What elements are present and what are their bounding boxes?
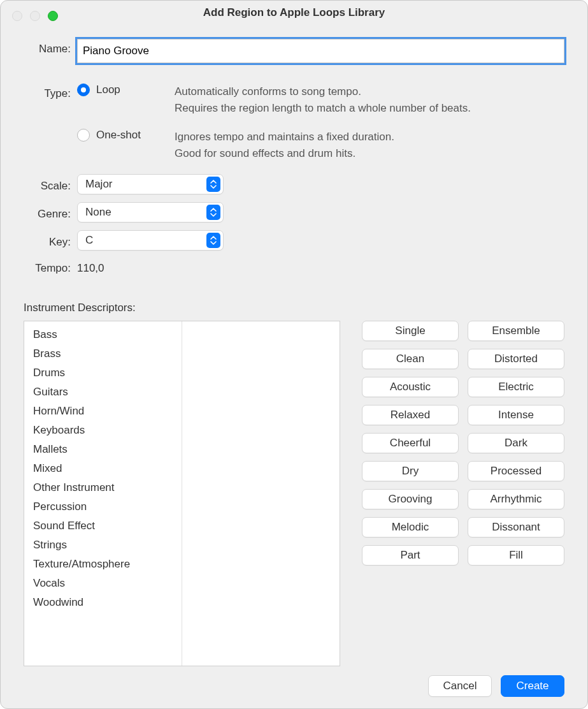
close-window-button[interactable] <box>12 11 22 21</box>
titlebar: Add Region to Apple Loops Library <box>1 1 587 25</box>
list-item[interactable]: Vocals <box>24 574 182 593</box>
key-select[interactable]: C <box>77 230 224 251</box>
create-button[interactable]: Create <box>501 675 564 697</box>
list-item[interactable]: Mallets <box>24 440 182 459</box>
list-item[interactable]: Drums <box>24 363 182 383</box>
type-row: Type: Loop Automatically conforms to son… <box>24 84 564 161</box>
descriptor-tag-button[interactable]: Melodic <box>362 517 459 537</box>
oneshot-description: Ignores tempo and maintains a fixed dura… <box>175 129 564 161</box>
scale-label: Scale: <box>24 176 77 193</box>
descriptor-tag-button[interactable]: Clean <box>362 349 459 369</box>
list-item[interactable]: Strings <box>24 536 182 555</box>
oneshot-desc-line1: Ignores tempo and maintains a fixed dura… <box>175 129 564 145</box>
minimize-window-button[interactable] <box>30 11 40 21</box>
scale-row: Scale: Major <box>24 174 564 194</box>
descriptor-tag-button[interactable]: Arrhythmic <box>468 489 564 509</box>
oneshot-radio[interactable] <box>77 129 90 142</box>
dialog-content: Name: Type: Loop Automatically conforms … <box>1 25 587 708</box>
list-item[interactable]: Keyboards <box>24 421 182 440</box>
updown-arrows-icon <box>206 205 220 220</box>
descriptor-tag-button[interactable]: Grooving <box>362 489 459 509</box>
name-label: Name: <box>24 39 77 55</box>
descriptor-tag-button[interactable]: Electric <box>468 377 564 397</box>
descriptor-tag-button[interactable]: Dissonant <box>468 517 564 537</box>
descriptor-tag-button[interactable]: Processed <box>468 461 564 481</box>
scale-select[interactable]: Major <box>77 174 224 194</box>
descriptor-tag-button[interactable]: Intense <box>468 405 564 425</box>
key-row: Key: C <box>24 230 564 251</box>
list-item[interactable]: Guitars <box>24 383 182 402</box>
loop-description: Automatically conforms to song tempo. Re… <box>175 84 564 116</box>
oneshot-radio-label: One-shot <box>96 129 141 142</box>
descriptor-tag-button[interactable]: Fill <box>468 545 564 566</box>
maximize-window-button[interactable] <box>48 11 58 21</box>
type-options: Loop Automatically conforms to song temp… <box>77 84 564 161</box>
tempo-value: 110,0 <box>77 258 104 275</box>
updown-arrows-icon <box>206 233 220 248</box>
key-value: C <box>85 234 93 247</box>
list-item[interactable]: Bass <box>24 325 182 344</box>
descriptors-area: BassBrassDrumsGuitarsHorn/WindKeyboardsM… <box>24 321 564 666</box>
instrument-list: BassBrassDrumsGuitarsHorn/WindKeyboardsM… <box>24 321 340 666</box>
dialog-footer: Cancel Create <box>24 666 564 697</box>
list-item[interactable]: Other Instrument <box>24 478 182 497</box>
genre-select[interactable]: None <box>77 202 224 223</box>
list-item[interactable]: Horn/Wind <box>24 402 182 421</box>
loop-radio-label: Loop <box>96 84 120 96</box>
dialog-window: Add Region to Apple Loops Library Name: … <box>0 0 588 709</box>
type-label: Type: <box>24 84 77 161</box>
list-item[interactable]: Percussion <box>24 497 182 516</box>
loop-radio[interactable] <box>77 84 90 96</box>
instrument-descriptors-label: Instrument Descriptors: <box>24 302 564 314</box>
name-input[interactable] <box>77 39 564 63</box>
updown-arrows-icon <box>206 177 220 192</box>
descriptor-tag-button[interactable]: Dry <box>362 461 459 481</box>
genre-label: Genre: <box>24 204 77 221</box>
descriptor-tag-button[interactable]: Cheerful <box>362 433 459 453</box>
cancel-button[interactable]: Cancel <box>428 675 492 697</box>
type-option-oneshot: One-shot Ignores tempo and maintains a f… <box>77 129 564 161</box>
list-item[interactable]: Sound Effect <box>24 516 182 536</box>
name-row: Name: <box>24 39 564 63</box>
list-item[interactable]: Brass <box>24 344 182 363</box>
key-label: Key: <box>24 232 77 249</box>
genre-row: Genre: None <box>24 202 564 223</box>
tempo-label: Tempo: <box>24 258 77 275</box>
loop-desc-line1: Automatically conforms to song tempo. <box>175 84 564 100</box>
instrument-list-column-2[interactable] <box>182 321 340 666</box>
list-item[interactable]: Mixed <box>24 459 182 478</box>
loop-radio-wrap[interactable]: Loop <box>77 84 163 96</box>
traffic-lights <box>12 11 58 21</box>
tempo-row: Tempo: 110,0 <box>24 258 564 275</box>
genre-value: None <box>85 206 111 219</box>
list-item[interactable]: Woodwind <box>24 593 182 612</box>
descriptor-tag-button[interactable]: Single <box>362 321 459 341</box>
scale-value: Major <box>85 178 113 191</box>
list-item[interactable]: Texture/Atmosphere <box>24 555 182 574</box>
oneshot-radio-wrap[interactable]: One-shot <box>77 129 163 142</box>
descriptor-tag-button[interactable]: Dark <box>468 433 564 453</box>
window-title: Add Region to Apple Loops Library <box>203 6 385 19</box>
type-option-loop: Loop Automatically conforms to song temp… <box>77 84 564 116</box>
loop-desc-line2: Requires the region length to match a wh… <box>175 100 564 117</box>
descriptor-tag-button[interactable]: Distorted <box>468 349 564 369</box>
descriptor-tag-button[interactable]: Relaxed <box>362 405 459 425</box>
descriptor-tag-button[interactable]: Ensemble <box>468 321 564 341</box>
descriptor-tag-button[interactable]: Part <box>362 545 459 566</box>
descriptor-tag-button[interactable]: Acoustic <box>362 377 459 397</box>
oneshot-desc-line2: Good for sound effects and drum hits. <box>175 145 564 162</box>
descriptor-tag-grid: SingleEnsembleCleanDistortedAcousticElec… <box>362 321 564 566</box>
instrument-list-column-1[interactable]: BassBrassDrumsGuitarsHorn/WindKeyboardsM… <box>24 321 182 666</box>
